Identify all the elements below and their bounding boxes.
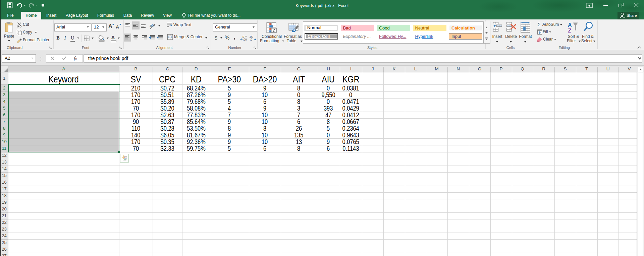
svg-text:ab: ab xyxy=(150,23,154,27)
svg-text:.00: .00 xyxy=(243,38,247,41)
svg-text:A: A xyxy=(568,22,572,28)
svg-text:Z: Z xyxy=(568,28,572,33)
svg-text:.0: .0 xyxy=(250,38,252,41)
